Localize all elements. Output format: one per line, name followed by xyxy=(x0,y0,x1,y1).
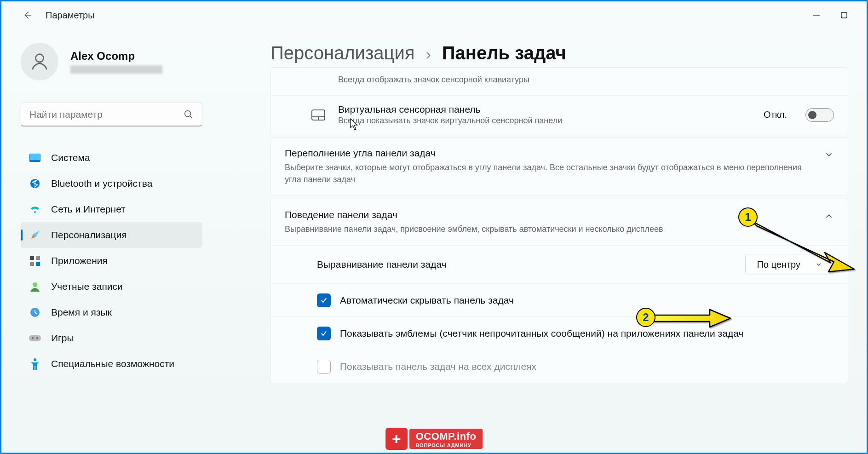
svg-rect-10 xyxy=(30,262,34,266)
svg-rect-14 xyxy=(29,335,41,341)
minimize-button[interactable] xyxy=(811,10,822,20)
system-icon xyxy=(29,152,41,164)
svg-rect-9 xyxy=(36,256,40,260)
checkbox-label: Автоматически скрывать панель задач xyxy=(340,295,834,306)
gamepad-icon xyxy=(29,332,41,344)
wifi-icon xyxy=(29,203,41,215)
expander-subtitle: Выберите значки, которые могут отображат… xyxy=(285,161,815,185)
nav-apps[interactable]: Приложения xyxy=(21,248,202,274)
row-show-badges[interactable]: Показывать эмблемы (счетчик непрочитанны… xyxy=(271,316,848,350)
window-controls xyxy=(811,10,862,20)
svg-rect-6 xyxy=(30,154,40,160)
titlebar: Параметры xyxy=(1,1,867,29)
expander-subtitle: Выравнивание панели задач, присвоение эм… xyxy=(285,223,815,235)
svg-rect-11 xyxy=(36,262,40,266)
svg-rect-8 xyxy=(30,256,34,260)
expander-title: Поведение панели задач xyxy=(285,209,815,220)
clock-icon xyxy=(29,306,41,318)
svg-line-4 xyxy=(190,115,192,118)
dropdown-value: По центру xyxy=(757,259,800,270)
chevron-up-icon xyxy=(824,211,834,221)
main-content: Персонализация › Панель задач Всегда ото… xyxy=(215,29,867,453)
row-alignment: Выравнивание панели задач По центру xyxy=(271,245,848,283)
nav-label: Персонализация xyxy=(51,230,127,241)
card-taskbar-corner-icons: Всегда отображать значок сенсорной клави… xyxy=(270,67,848,134)
nav-label: Bluetooth и устройства xyxy=(51,178,152,189)
user-name: Alex Ocomp xyxy=(70,50,162,63)
watermark-line2: ВОПРОСЫ АДМИНУ xyxy=(416,443,477,448)
bluetooth-icon xyxy=(29,178,41,190)
row-subtitle: Всегда показывать значок виртуальной сен… xyxy=(338,116,752,126)
account-icon xyxy=(29,281,41,293)
user-email-blurred xyxy=(70,65,162,74)
svg-point-2 xyxy=(35,54,43,62)
chevron-down-icon xyxy=(824,149,834,160)
avatar xyxy=(21,43,58,80)
breadcrumb-separator: › xyxy=(425,45,431,63)
checkbox-all-displays[interactable] xyxy=(317,360,331,374)
nav-label: Приложения xyxy=(51,255,108,266)
nav-gaming[interactable]: Игры xyxy=(21,325,202,351)
touchpad-icon xyxy=(310,107,326,123)
nav-time[interactable]: Время и язык xyxy=(21,299,202,325)
maximize-button[interactable] xyxy=(839,10,849,20)
nav-label: Игры xyxy=(51,333,74,344)
search-icon xyxy=(184,109,194,120)
alignment-label: Выравнивание панели задач xyxy=(317,259,736,270)
svg-point-16 xyxy=(36,337,38,339)
nav-accounts[interactable]: Учетные записи xyxy=(21,274,202,299)
row-all-displays[interactable]: Показывать панель задач на всех дисплеях xyxy=(271,350,848,383)
expander-overflow[interactable]: Переполнение угла панели задач Выберите … xyxy=(270,137,848,196)
row-touch-keyboard[interactable]: Всегда отображать значок сенсорной клави… xyxy=(271,68,848,95)
nav-list: Система Bluetooth и устройства Сеть и Ин… xyxy=(21,145,202,377)
row-title: Виртуальная сенсорная панель xyxy=(338,104,752,115)
nav-system[interactable]: Система xyxy=(21,145,202,171)
window-title: Параметры xyxy=(46,10,95,21)
toggle-virtual-touchpad[interactable] xyxy=(805,108,834,122)
row-auto-hide[interactable]: Автоматически скрывать панель задач xyxy=(271,283,848,316)
watermark-plus-icon: + xyxy=(385,428,408,450)
row-virtual-touchpad[interactable]: Виртуальная сенсорная панель Всегда пока… xyxy=(271,95,848,134)
search-input[interactable] xyxy=(29,109,184,120)
nav-bluetooth[interactable]: Bluetooth и устройства xyxy=(21,171,202,196)
svg-point-12 xyxy=(33,282,37,287)
nav-label: Система xyxy=(51,152,90,163)
chevron-down-icon xyxy=(815,261,822,268)
search-box[interactable] xyxy=(21,103,202,126)
svg-point-15 xyxy=(32,337,34,339)
nav-label: Специальные возможности xyxy=(51,358,174,369)
breadcrumb: Персонализация › Панель задач xyxy=(270,43,848,63)
breadcrumb-current: Панель задач xyxy=(442,43,566,63)
watermark-line1: OCOMP.info xyxy=(416,431,477,443)
watermark: + OCOMP.info ВОПРОСЫ АДМИНУ xyxy=(385,428,483,450)
settings-window: Параметры Alex Ocomp xyxy=(0,0,868,454)
svg-rect-1 xyxy=(841,12,847,18)
checkbox-label: Показывать панель задач на всех дисплеях xyxy=(340,361,834,372)
nav-accessibility[interactable]: Специальные возможности xyxy=(21,351,202,377)
breadcrumb-parent[interactable]: Персонализация xyxy=(270,43,414,63)
accessibility-icon xyxy=(29,358,41,370)
svg-point-17 xyxy=(34,358,36,361)
alignment-dropdown[interactable]: По центру xyxy=(745,254,834,275)
apps-icon xyxy=(29,255,41,267)
checkbox-auto-hide[interactable] xyxy=(317,293,331,307)
expander-behavior: Поведение панели задач Выравнивание пане… xyxy=(270,199,848,383)
svg-point-3 xyxy=(185,110,191,116)
toggle-state-label: Откл. xyxy=(764,109,787,120)
back-button[interactable] xyxy=(19,7,35,23)
brush-icon xyxy=(29,229,41,241)
nav-label: Время и язык xyxy=(51,307,112,318)
expander-behavior-header[interactable]: Поведение панели задач Выравнивание пане… xyxy=(271,199,848,245)
expander-title: Переполнение угла панели задач xyxy=(285,148,815,159)
nav-label: Учетные записи xyxy=(51,281,123,292)
checkbox-label: Показывать эмблемы (счетчик непрочитанны… xyxy=(340,328,834,339)
nav-personalization[interactable]: Персонализация xyxy=(21,222,202,248)
sidebar: Alex Ocomp Система Bluetooth и устройств… xyxy=(1,29,215,453)
user-block[interactable]: Alex Ocomp xyxy=(21,43,202,80)
row-subtitle: Всегда отображать значок сенсорной клави… xyxy=(338,75,834,85)
checkbox-show-badges[interactable] xyxy=(317,327,331,340)
nav-network[interactable]: Сеть и Интернет xyxy=(21,196,202,222)
nav-label: Сеть и Интернет xyxy=(51,204,126,215)
